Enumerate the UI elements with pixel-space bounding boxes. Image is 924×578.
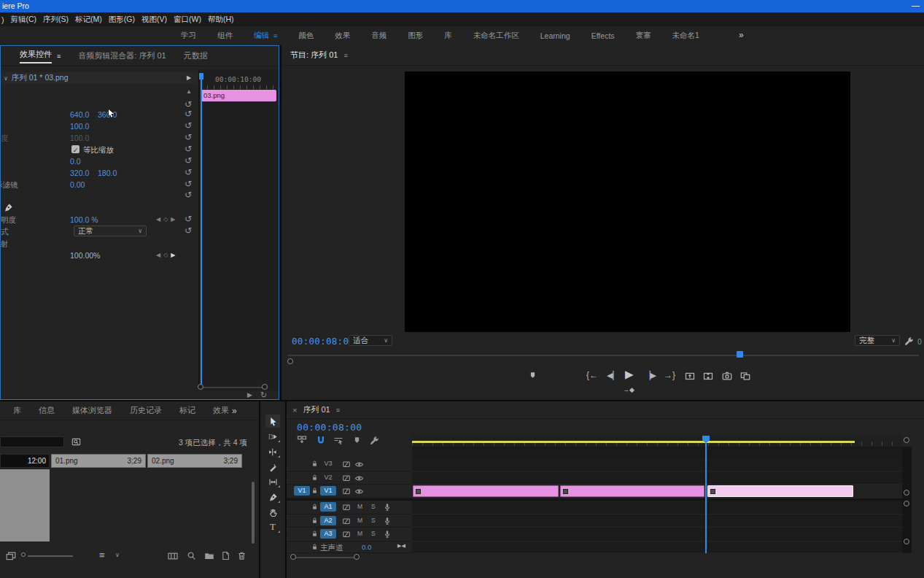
ec-hscroll-handle-left[interactable]	[198, 384, 203, 390]
track-lane-v3[interactable]	[412, 458, 902, 471]
kf-next-icon[interactable]: ▶	[171, 252, 178, 258]
hand-tool[interactable]	[265, 506, 280, 519]
menu-clip[interactable]: 剪辑(C)	[11, 15, 37, 25]
sync-lock-icon[interactable]	[342, 503, 351, 512]
mute-button[interactable]: M	[357, 530, 362, 537]
lock-icon[interactable]	[311, 530, 319, 538]
menu-markers[interactable]: 标记(M)	[75, 15, 102, 25]
reset-position-icon[interactable]: ↺	[185, 110, 192, 117]
master-volume-value[interactable]: 0.0	[362, 543, 371, 551]
pen-mask-icon[interactable]	[4, 203, 13, 212]
export-to-marker-icon[interactable]: →◆	[623, 386, 634, 393]
anchor-x-value[interactable]: 320.0	[70, 169, 89, 177]
project-item-01[interactable]: 01.png 3;29	[51, 454, 146, 468]
new-item-icon[interactable]	[221, 551, 230, 560]
play-audio-icon[interactable]: ▶	[247, 391, 252, 398]
reset-opacity-effect-icon[interactable]: ↺	[185, 191, 192, 199]
target-track-v1[interactable]: V1	[320, 486, 336, 496]
pen-tool[interactable]	[265, 490, 280, 504]
ec-mini-timeline[interactable]: 00:00:10:00 03.png	[198, 69, 279, 390]
speed-keyframe-nav[interactable]: ◀◇▶	[156, 252, 178, 258]
sort-icon[interactable]: ≡	[99, 550, 105, 560]
program-playhead-marker[interactable]	[737, 351, 743, 358]
playback-quality-select[interactable]: 完整 ∨	[855, 335, 900, 346]
razor-tool[interactable]	[265, 461, 280, 474]
opacity-value[interactable]: 100.0 %	[70, 215, 98, 224]
timeline-settings-wrench-icon[interactable]	[370, 436, 379, 445]
solo-button[interactable]: S	[371, 530, 376, 537]
rotation-value[interactable]: 0.0	[70, 157, 81, 166]
lock-icon[interactable]	[311, 460, 319, 468]
program-seekbar[interactable]	[287, 355, 919, 356]
sync-lock-icon[interactable]	[342, 530, 351, 539]
search-bin-icon[interactable]	[71, 437, 81, 447]
seekbar-zoom-handle[interactable]	[287, 358, 293, 364]
target-track-v3[interactable]: V3	[320, 459, 336, 469]
eye-icon[interactable]	[354, 460, 364, 469]
workspace-tab-libraries[interactable]: 库	[444, 31, 452, 41]
eye-icon[interactable]	[354, 474, 364, 483]
step-forward-icon[interactable]: ▕▶	[644, 371, 656, 380]
timeline-playhead-line[interactable]	[705, 442, 707, 553]
ec-playhead-line[interactable]	[201, 73, 202, 388]
target-track-v2[interactable]: V2	[320, 473, 336, 482]
loop-icon[interactable]: ↻	[260, 390, 267, 400]
menu-help[interactable]: 帮助(H)	[208, 15, 234, 25]
timeline-vscroll-track[interactable]	[902, 447, 912, 553]
kf-prev-icon[interactable]: ◀	[156, 216, 163, 223]
workspace-tab-editing[interactable]: 编辑 ≡	[254, 31, 277, 41]
blend-mode-select[interactable]: 正常 ∨	[74, 226, 147, 236]
ec-hscroll-handle-right[interactable]	[262, 384, 268, 390]
clear-trash-icon[interactable]	[237, 551, 246, 560]
menu-graphics[interactable]: 图形(G)	[109, 15, 135, 25]
track-lane-v2[interactable]	[412, 471, 902, 485]
automate-sequence-icon[interactable]	[168, 551, 178, 561]
lock-icon[interactable]	[311, 474, 319, 482]
ec-playhead-marker[interactable]	[199, 73, 203, 80]
project-vscroll-thumb[interactable]	[252, 482, 255, 544]
track-lane-a2[interactable]	[412, 515, 902, 528]
vscroll-handle[interactable]	[904, 539, 909, 544]
workspace-tab-assembly[interactable]: 组件	[217, 31, 233, 41]
sync-lock-icon[interactable]	[342, 460, 351, 469]
position-x-value[interactable]: 640.0	[70, 110, 89, 119]
track-select-forward-tool[interactable]	[265, 430, 280, 443]
speed-value[interactable]: 100.00%	[70, 251, 100, 260]
workspace-menu-icon[interactable]: ≡	[273, 32, 277, 39]
tab-info[interactable]: 信息	[30, 405, 63, 416]
workspace-tab-color[interactable]: 颜色	[298, 31, 314, 41]
panel-menu-icon[interactable]: ≡	[343, 52, 347, 59]
lock-icon[interactable]	[311, 503, 319, 511]
sort-chevron-icon[interactable]: ∨	[115, 552, 120, 558]
timeline-clip[interactable]	[413, 485, 559, 497]
snap-magnet-icon[interactable]	[316, 435, 326, 445]
solo-button[interactable]: S	[371, 503, 376, 510]
lock-icon[interactable]	[311, 543, 319, 551]
new-bin-folder-icon[interactable]	[204, 551, 214, 561]
reset-motion-icon[interactable]: ↺	[185, 101, 192, 108]
minimize-button[interactable]: —	[912, 1, 920, 9]
project-item-thumbnail[interactable]	[0, 469, 50, 542]
reset-scale-width-icon[interactable]: ↺	[185, 134, 192, 141]
lock-icon[interactable]	[311, 487, 319, 495]
ripple-edit-tool[interactable]	[265, 445, 280, 458]
workspace-tab-audio[interactable]: 音频	[371, 31, 387, 41]
lift-icon[interactable]	[685, 371, 695, 381]
selection-tool[interactable]	[265, 415, 280, 428]
play-button-icon[interactable]: ▶	[625, 368, 634, 381]
track-lane-v1[interactable]	[412, 485, 902, 498]
track-lane-a1[interactable]	[412, 501, 902, 515]
goto-out-icon[interactable]: →}	[664, 370, 675, 380]
reset-opacity-icon[interactable]: ↺	[185, 215, 192, 223]
opacity-keyframe-nav[interactable]: ◀◇▶	[156, 216, 178, 223]
track-lane-a3[interactable]	[412, 528, 902, 542]
workspace-tab-learn[interactable]: 学习	[181, 31, 196, 41]
thumb-zoom-slider[interactable]	[28, 555, 73, 557]
tab-markers[interactable]: 标记	[171, 405, 204, 416]
scale-value[interactable]: 100.0	[70, 122, 89, 131]
menu-window[interactable]: 窗口(W)	[174, 15, 201, 25]
anchor-y-value[interactable]: 180.0	[98, 169, 117, 177]
source-patch-v1[interactable]: V1	[294, 486, 310, 496]
antiflicker-value[interactable]: 0.00	[70, 180, 85, 189]
tab-effects[interactable]: 效果	[204, 405, 229, 416]
